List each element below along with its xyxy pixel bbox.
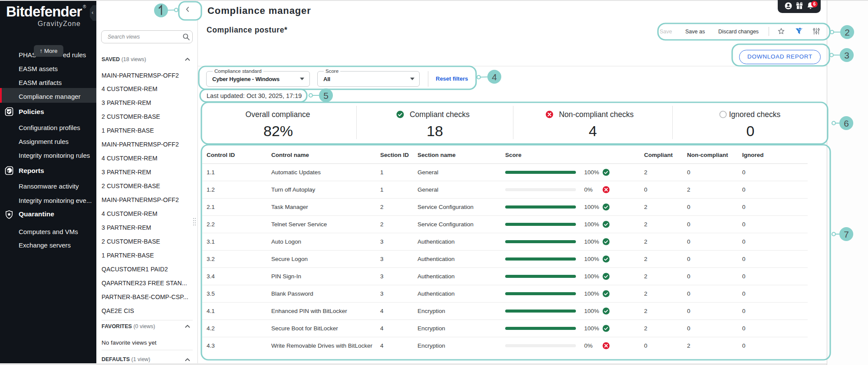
svg-text:5: 5 [323,91,329,101]
svg-text:4: 4 [492,72,497,82]
